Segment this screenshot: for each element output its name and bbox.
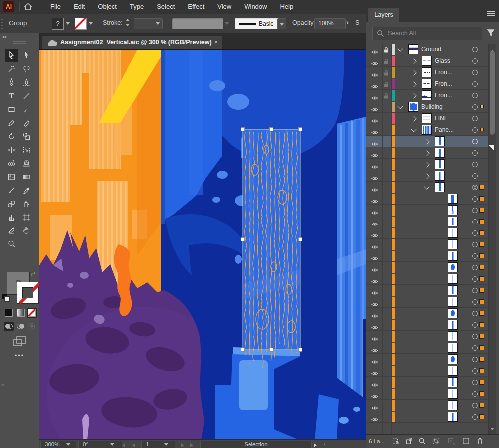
target-circle-icon[interactable] bbox=[472, 196, 478, 202]
layer-thumbnail[interactable] bbox=[448, 274, 458, 284]
canvas-artwork[interactable] bbox=[39, 50, 366, 440]
fill-dropdown-icon[interactable] bbox=[66, 22, 70, 25]
selected-art-indicator[interactable] bbox=[479, 208, 484, 213]
free-transform-tool[interactable] bbox=[20, 143, 33, 157]
next-artboard-icon[interactable] bbox=[181, 442, 184, 448]
mesh-tool[interactable] bbox=[5, 170, 18, 184]
selected-art-indicator[interactable] bbox=[479, 380, 484, 385]
layer-thumbnail[interactable] bbox=[448, 400, 458, 410]
lock-icon[interactable] bbox=[383, 69, 389, 78]
expand-chevron-icon[interactable] bbox=[411, 93, 416, 98]
rectangle-tool[interactable] bbox=[5, 103, 18, 116]
layer-thumbnail[interactable] bbox=[422, 90, 432, 100]
layer-thumbnail[interactable] bbox=[435, 148, 445, 158]
tab-layers[interactable]: Layers bbox=[368, 8, 399, 22]
selected-art-indicator[interactable] bbox=[479, 242, 484, 247]
target-circle-icon[interactable] bbox=[472, 299, 478, 305]
gradient-tool[interactable] bbox=[20, 170, 33, 184]
layer-thumbnail[interactable] bbox=[435, 136, 445, 146]
target-circle-icon[interactable] bbox=[472, 357, 478, 362]
selection-tool[interactable] bbox=[5, 49, 18, 62]
new-sublayer-icon[interactable] bbox=[447, 437, 456, 446]
pencil-tool[interactable] bbox=[5, 116, 18, 130]
target-circle-icon[interactable] bbox=[472, 185, 478, 190]
target-circle-icon[interactable] bbox=[472, 391, 478, 397]
target-circle-icon[interactable] bbox=[472, 322, 478, 328]
expand-chevron-icon[interactable] bbox=[424, 139, 429, 144]
lock-icon[interactable] bbox=[383, 92, 389, 101]
menu-object[interactable]: Object bbox=[91, 0, 123, 14]
locate-object-icon[interactable] bbox=[418, 437, 427, 446]
first-artboard-icon[interactable] bbox=[122, 442, 125, 448]
stroke-style-dropdown[interactable]: Basic bbox=[235, 18, 278, 29]
delete-selection-icon[interactable] bbox=[476, 437, 485, 446]
search-input[interactable]: Search All bbox=[372, 27, 482, 40]
blend-tool[interactable] bbox=[5, 197, 18, 211]
previous-artboard-icon[interactable] bbox=[132, 442, 135, 448]
draw-behind-button[interactable] bbox=[16, 322, 26, 331]
target-circle-icon[interactable] bbox=[472, 265, 478, 270]
line-segment-tool[interactable] bbox=[20, 89, 33, 103]
scroll-down-icon[interactable] bbox=[490, 423, 494, 432]
lock-icon[interactable] bbox=[383, 81, 389, 90]
brush-definition-dropdown[interactable] bbox=[172, 18, 223, 29]
target-circle-icon[interactable] bbox=[472, 242, 478, 247]
layer-thumbnail[interactable] bbox=[448, 239, 458, 249]
direct-selection-tool[interactable] bbox=[20, 49, 33, 62]
layer-thumbnail[interactable] bbox=[448, 228, 458, 238]
target-circle-icon[interactable] bbox=[472, 81, 478, 87]
expand-chevron-icon[interactable] bbox=[411, 70, 416, 75]
layer-thumbnail[interactable] bbox=[448, 331, 458, 341]
target-circle-icon[interactable] bbox=[472, 139, 478, 144]
layer-thumbnail[interactable] bbox=[448, 366, 458, 376]
artboard-tool[interactable] bbox=[20, 211, 33, 224]
layer-thumbnail[interactable] bbox=[448, 297, 458, 307]
layer-thumbnail[interactable] bbox=[448, 377, 458, 387]
menu-view[interactable]: View bbox=[211, 0, 238, 14]
menu-window[interactable]: Window bbox=[238, 0, 273, 14]
selected-art-indicator[interactable] bbox=[479, 196, 484, 201]
collect-for-export-icon[interactable] bbox=[392, 437, 401, 446]
expand-chevron-icon[interactable] bbox=[424, 150, 429, 156]
artboard-dropdown-icon[interactable] bbox=[164, 443, 168, 446]
scrollbar-thumb[interactable] bbox=[490, 51, 495, 135]
menu-select[interactable]: Select bbox=[150, 0, 181, 14]
layer-thumbnail[interactable] bbox=[448, 412, 458, 422]
layer-thumbnail[interactable] bbox=[422, 56, 432, 66]
lock-icon[interactable] bbox=[383, 58, 389, 67]
selected-art-indicator[interactable] bbox=[479, 322, 484, 327]
document-tab[interactable]: Assignment02_Vertical.aic @ 300 % (RGB/P… bbox=[42, 36, 222, 49]
status-menu-icon[interactable] bbox=[314, 442, 317, 448]
lock-icon[interactable] bbox=[383, 46, 389, 55]
perspective-grid-tool[interactable] bbox=[20, 157, 33, 170]
selected-art-indicator[interactable] bbox=[479, 288, 484, 293]
selected-art-indicator[interactable] bbox=[479, 265, 484, 270]
selected-art-indicator[interactable] bbox=[480, 128, 484, 131]
rotation-dropdown-icon[interactable] bbox=[110, 443, 114, 446]
scale-tool[interactable] bbox=[20, 130, 33, 143]
screen-mode-button[interactable] bbox=[13, 336, 27, 347]
target-circle-icon[interactable] bbox=[472, 380, 478, 385]
menu-edit[interactable]: Edit bbox=[67, 0, 91, 14]
stroke-color-swatch[interactable] bbox=[75, 18, 87, 30]
target-circle-icon[interactable] bbox=[472, 414, 478, 420]
slice-tool[interactable] bbox=[5, 224, 18, 237]
target-circle-icon[interactable] bbox=[472, 208, 478, 213]
layer-thumbnail[interactable] bbox=[448, 308, 458, 318]
target-circle-icon[interactable] bbox=[472, 368, 478, 374]
selected-art-indicator[interactable] bbox=[479, 403, 484, 408]
target-circle-icon[interactable] bbox=[472, 311, 478, 316]
lasso-tool[interactable] bbox=[20, 62, 33, 76]
layer-name[interactable]: Fron... bbox=[435, 69, 452, 76]
illustrator-logo-icon[interactable]: Ai bbox=[3, 1, 14, 12]
expand-chevron-icon[interactable] bbox=[424, 173, 429, 179]
target-circle-icon[interactable] bbox=[472, 70, 478, 75]
layer-thumbnail[interactable] bbox=[448, 389, 458, 399]
layer-name[interactable]: Fron... bbox=[435, 92, 452, 99]
expand-chevron-icon[interactable] bbox=[424, 162, 429, 167]
target-circle-icon[interactable] bbox=[472, 173, 478, 179]
draw-inside-button[interactable] bbox=[27, 322, 37, 331]
target-circle-icon[interactable] bbox=[472, 127, 478, 133]
stroke-style-dropdown-icon[interactable] bbox=[277, 18, 286, 29]
swap-fill-stroke-icon[interactable]: ⇄ bbox=[31, 271, 35, 277]
